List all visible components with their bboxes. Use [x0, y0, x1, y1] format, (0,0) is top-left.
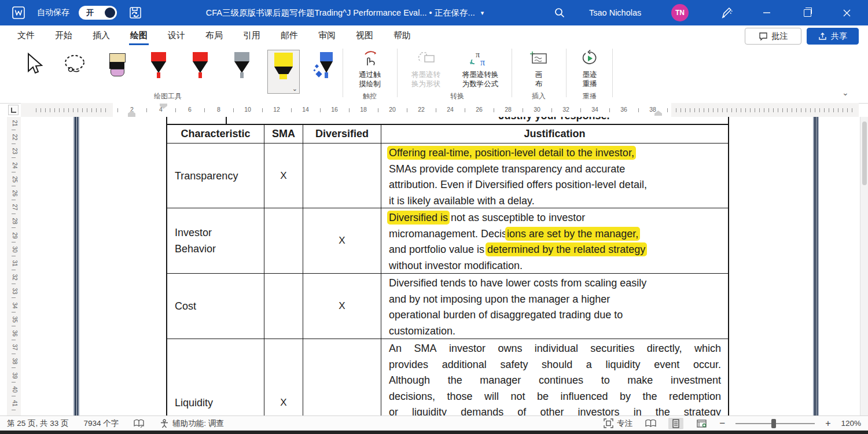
tab-file[interactable]: 文件 — [16, 25, 36, 45]
read-mode-button[interactable] — [643, 418, 658, 429]
scrollbar-thumb[interactable] — [862, 122, 867, 185]
close-button[interactable] — [833, 0, 860, 25]
zoom-slider-thumb[interactable] — [771, 419, 776, 428]
pencil-tool[interactable] — [226, 50, 258, 94]
highlighter-icon — [274, 53, 293, 85]
zoom-level[interactable]: 120% — [841, 419, 861, 428]
action-pen-tool[interactable] — [309, 50, 341, 94]
sma-mark-cell[interactable] — [264, 274, 303, 339]
action-pen-icon — [315, 52, 335, 84]
diversified-mark-cell[interactable] — [303, 339, 381, 415]
ruler-tick — [768, 108, 769, 112]
tab-review[interactable]: 审阅 — [317, 25, 337, 45]
tab-home[interactable]: 开始 — [54, 25, 73, 45]
word-logo-icon[interactable] — [12, 0, 25, 25]
web-layout-button[interactable] — [694, 418, 709, 429]
characteristic-cell[interactable]: Liquidity — [167, 339, 264, 415]
eraser-tool[interactable] — [101, 50, 133, 94]
ruler-tick — [117, 108, 118, 112]
ruler-tick — [87, 108, 87, 112]
ruler-tick — [291, 108, 292, 112]
tab-layout[interactable]: 布局 — [204, 25, 224, 45]
document-title[interactable]: CFA三级原版书课后题写作题Trading^J Performance Eval… — [168, 0, 522, 25]
ruler-number: 12 — [271, 106, 282, 113]
autosave-toggle[interactable]: 开 — [79, 0, 117, 25]
zoom-in-button[interactable]: + — [825, 418, 830, 429]
tab-view[interactable]: 视图 — [355, 25, 374, 45]
ruler-tick — [801, 108, 801, 112]
justification-cell[interactable]: Diversified tends to have lower costs fr… — [381, 274, 728, 339]
ruler-number: 36 — [10, 329, 18, 338]
zoom-out-button[interactable]: − — [719, 418, 725, 429]
ribbon-collapse-chevron[interactable]: ⌄ — [842, 88, 849, 97]
tab-insert[interactable]: 插入 — [91, 25, 111, 45]
ruler-tick — [847, 108, 848, 112]
highlighter-tool[interactable]: ⌄ — [267, 50, 300, 94]
ruler-tick — [465, 108, 465, 112]
save-icon[interactable] — [128, 0, 142, 25]
pen-red-1-tool[interactable] — [142, 50, 175, 94]
tab-design[interactable]: 设计 — [167, 25, 186, 45]
ruler-tick — [320, 108, 321, 112]
vertical-scrollbar[interactable] — [860, 117, 868, 415]
tab-help[interactable]: 帮助 — [392, 25, 412, 45]
red-pen-icon — [190, 52, 210, 84]
tab-draw[interactable]: 绘图 — [129, 25, 149, 45]
select-cursor-tool[interactable] — [17, 50, 50, 94]
ruler-tick — [12, 172, 16, 172]
characteristic-cell[interactable]: InvestorBehavior — [167, 208, 264, 274]
characteristic-cell[interactable]: Transparency — [167, 144, 264, 208]
horizontal-ruler[interactable]: 2468101214161820222426283032343638 — [21, 103, 859, 117]
minimize-button[interactable] — [753, 0, 780, 25]
comments-button[interactable]: 批注 — [745, 28, 801, 45]
accessibility-status[interactable]: 辅助功能: 调查 — [160, 418, 224, 429]
diversified-mark-cell[interactable]: X — [303, 274, 381, 339]
restore-button[interactable] — [794, 0, 821, 25]
table-header-diversified: Diversified — [303, 125, 381, 144]
sma-mark-cell[interactable]: X — [264, 144, 303, 208]
highlighter-dropdown-chevron[interactable]: ⌄ — [292, 85, 297, 93]
sma-mark-cell[interactable]: X — [264, 339, 303, 415]
characteristic-cell[interactable]: Cost — [167, 274, 264, 339]
share-button[interactable]: 共享 — [807, 28, 859, 45]
justification-line: Althoughthemanagercontinuestomakeinvestm… — [389, 373, 721, 389]
page-indicator[interactable]: 第 25 页, 共 33 页 — [7, 418, 69, 429]
word-count[interactable]: 7934 个字 — [84, 418, 119, 429]
ruler-tick — [59, 108, 60, 112]
tab-mailings[interactable]: 邮件 — [279, 25, 299, 45]
focus-mode-button[interactable]: 专注 — [604, 418, 632, 429]
proofing-status[interactable] — [134, 419, 145, 428]
justification-cell[interactable]: AnSMAinvestorownsindividualsecuritiesdir… — [381, 339, 728, 415]
ruler-tick — [731, 108, 732, 112]
ruler-number: 27 — [10, 203, 18, 212]
vertical-ruler[interactable]: 2122232425262728293031323334353637383940… — [7, 117, 21, 415]
ruler-tick — [838, 108, 838, 112]
ruler-number: 14 — [300, 106, 311, 113]
ruler-tick — [750, 108, 751, 112]
zoom-slider[interactable] — [735, 423, 815, 424]
justification-line: it is likely available with a delay. — [389, 193, 721, 209]
sma-mark-cell[interactable] — [264, 208, 303, 274]
lasso-select-tool[interactable] — [59, 50, 91, 94]
ruler-tick — [778, 108, 778, 112]
document-page[interactable]: Justify your response. CharacteristicSMA… — [21, 117, 860, 415]
print-layout-button[interactable] — [668, 418, 683, 429]
ruler-tick — [12, 410, 16, 410]
tab-stop-selector[interactable] — [8, 105, 19, 115]
tab-references[interactable]: 引用 — [242, 25, 262, 45]
search-icon[interactable] — [553, 0, 566, 25]
title-dropdown-caret[interactable]: ▾ — [481, 9, 484, 17]
ruler-tick — [12, 200, 16, 200]
user-name[interactable]: Tsao Nicholas — [589, 0, 641, 25]
group-label-touch: 触控 — [352, 91, 388, 101]
diversified-mark-cell[interactable] — [303, 144, 381, 208]
avatar[interactable]: TN — [671, 0, 689, 25]
diversified-mark-cell[interactable]: X — [303, 208, 381, 274]
ruler-tick — [50, 108, 50, 112]
inking-pen-icon[interactable] — [719, 0, 733, 25]
justification-cell[interactable]: Diversified is not as susceptible to inv… — [381, 208, 728, 274]
ruler-tick — [829, 108, 829, 112]
justification-cell[interactable]: Offering real-time, position-level detai… — [381, 144, 728, 208]
share-button-label: 共享 — [831, 31, 847, 42]
pen-red-2-tool[interactable] — [184, 50, 216, 94]
